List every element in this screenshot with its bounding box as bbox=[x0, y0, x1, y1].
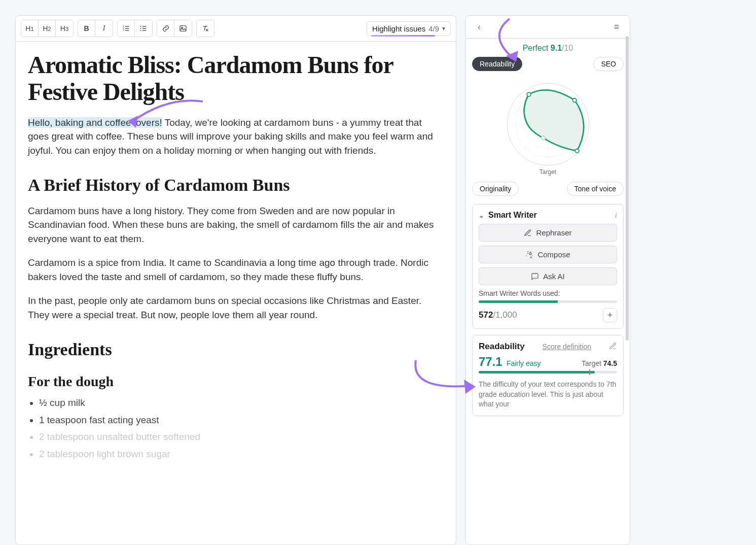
secondary-tabs: Originality Tone of voice bbox=[466, 178, 630, 204]
svg-text:3: 3 bbox=[123, 29, 124, 31]
svg-point-16 bbox=[527, 92, 531, 96]
side-header: ‹ ≡ bbox=[466, 16, 630, 39]
bold-button[interactable]: B bbox=[78, 20, 95, 37]
highlight-issues-dropdown[interactable]: Highlight issues 4/9 ▾ bbox=[367, 21, 451, 36]
add-words-button[interactable]: + bbox=[603, 308, 617, 322]
h1-button[interactable]: H1 bbox=[21, 20, 39, 37]
history-p2: Cardamom is a spice from India. It came … bbox=[28, 256, 444, 284]
list-item: 2 tablespoon light brown sugar bbox=[39, 447, 444, 461]
svg-point-18 bbox=[575, 149, 579, 153]
readability-card: Readability Score definition 77.1 Fairly… bbox=[472, 335, 624, 416]
info-icon[interactable]: i bbox=[615, 211, 617, 220]
doc-title: Aromatic Bliss: Cardamom Buns for Festiv… bbox=[28, 52, 444, 106]
highlighted-span: Hello, baking and coffee lovers! bbox=[28, 117, 162, 128]
tab-originality[interactable]: Originality bbox=[472, 182, 519, 196]
heading-dough: For the dough bbox=[28, 371, 444, 392]
unordered-list-button[interactable] bbox=[135, 20, 152, 37]
score-definition-link[interactable]: Score definition bbox=[543, 343, 592, 351]
primary-tabs: Readability SEO bbox=[466, 54, 630, 74]
format-group: B I bbox=[78, 20, 113, 37]
smart-writer-card: ⌄ Smart Writer i Rephraser Compose Ask A… bbox=[472, 204, 624, 329]
ingredient-list: ½ cup milk 1 teaspoon fast acting yeast … bbox=[28, 396, 444, 461]
image-button[interactable] bbox=[174, 20, 192, 37]
svg-point-3 bbox=[140, 26, 141, 27]
heading-group: H1 H2 H3 bbox=[21, 20, 74, 37]
side-panel: ‹ ≡ Perfect 9.1/10 Readability SEO bbox=[465, 15, 630, 545]
media-group bbox=[157, 20, 192, 37]
svg-point-17 bbox=[572, 98, 577, 103]
history-p1: Cardamom buns have a long history. They … bbox=[28, 204, 444, 246]
editor-panel: H1 H2 H3 B I 123 bbox=[15, 15, 456, 545]
back-button[interactable]: ‹ bbox=[472, 20, 486, 34]
clear-group bbox=[196, 20, 214, 37]
list-item: 1 teaspoon fast acting yeast bbox=[39, 413, 444, 427]
list-group: 123 bbox=[117, 20, 153, 37]
chevron-down-icon: ▾ bbox=[442, 25, 445, 32]
overall-score: Perfect 9.1/10 bbox=[466, 39, 630, 54]
intro-paragraph: Hello, baking and coffee lovers! Today, … bbox=[28, 116, 444, 158]
svg-point-5 bbox=[140, 30, 141, 31]
readability-progress bbox=[479, 371, 617, 373]
svg-rect-6 bbox=[180, 26, 186, 31]
tab-readability[interactable]: Readability bbox=[472, 57, 522, 71]
radar-target-label: Target bbox=[539, 168, 556, 176]
document-content[interactable]: Aromatic Bliss: Cardamom Buns for Festiv… bbox=[16, 42, 456, 484]
h2-button[interactable]: H2 bbox=[39, 20, 56, 37]
highlight-label: Highlight issues bbox=[372, 24, 425, 33]
toolbar: H1 H2 H3 B I 123 bbox=[16, 16, 456, 42]
svg-point-20 bbox=[529, 253, 531, 255]
menu-button[interactable]: ≡ bbox=[609, 20, 624, 34]
radar-chart: Target bbox=[466, 74, 630, 178]
list-item: ½ cup milk bbox=[39, 396, 444, 410]
words-progress bbox=[479, 300, 617, 303]
readability-description: The difficulty of your text corresponds … bbox=[479, 380, 617, 410]
svg-point-4 bbox=[140, 28, 141, 29]
rephraser-button[interactable]: Rephraser bbox=[479, 224, 617, 242]
italic-button[interactable]: I bbox=[95, 20, 113, 37]
scrollbar[interactable] bbox=[626, 36, 629, 340]
highlight-count: 4/9 bbox=[428, 24, 439, 33]
ordered-list-button[interactable]: 123 bbox=[118, 20, 135, 37]
svg-point-19 bbox=[541, 136, 545, 140]
edit-icon[interactable] bbox=[609, 342, 617, 352]
h3-button[interactable]: H3 bbox=[56, 20, 73, 37]
history-p3: In the past, people only ate cardamom bu… bbox=[28, 294, 444, 322]
ask-ai-button[interactable]: Ask AI bbox=[479, 267, 617, 285]
compose-button[interactable]: Compose bbox=[479, 246, 617, 263]
collapse-icon[interactable]: ⌄ bbox=[479, 212, 484, 219]
tab-tone[interactable]: Tone of voice bbox=[567, 182, 624, 196]
words-used-label: Smart Writer Words used: bbox=[479, 289, 617, 297]
clear-format-button[interactable] bbox=[197, 20, 214, 37]
tab-seo[interactable]: SEO bbox=[593, 57, 624, 71]
heading-history: A Brief History of Cardamom Buns bbox=[28, 173, 444, 197]
list-item: 2 tablespoon unsalted butter softened bbox=[39, 430, 444, 444]
link-button[interactable] bbox=[157, 20, 174, 37]
heading-ingredients: Ingredients bbox=[28, 337, 444, 362]
